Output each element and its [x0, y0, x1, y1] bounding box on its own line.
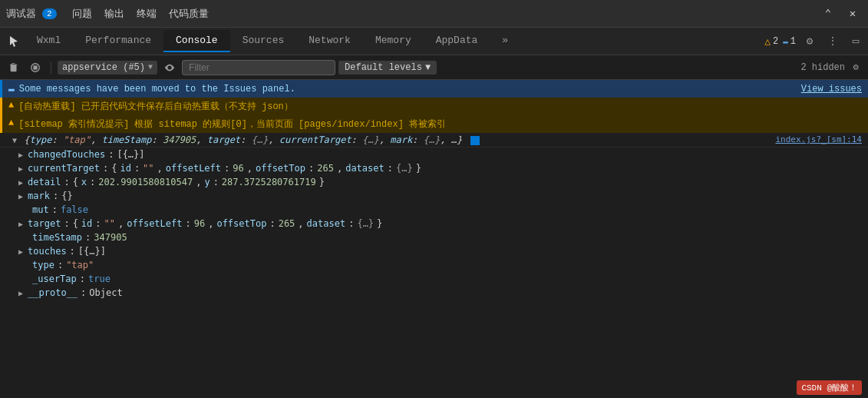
filter-input[interactable]: [182, 60, 335, 75]
context-selector-text: appservice (#5): [62, 62, 145, 73]
view-issues-link[interactable]: View issues: [801, 84, 862, 95]
levels-label: Default levels: [345, 62, 422, 73]
tab-performance[interactable]: Performance: [73, 30, 163, 52]
tab-wxml[interactable]: Wxml: [25, 30, 73, 52]
prop-touches: touches: [{…}]: [0, 244, 868, 258]
eye-button[interactable]: [160, 58, 179, 77]
changed-touches-arrow[interactable]: [18, 151, 23, 159]
title-bar-controls: ⌃ ✕: [819, 5, 862, 23]
panel-icon[interactable]: ▭: [847, 32, 865, 51]
menu-output[interactable]: 输出: [104, 7, 124, 21]
current-target-arrow[interactable]: [18, 164, 23, 173]
touches-arrow[interactable]: [18, 247, 23, 256]
log-source-link[interactable]: index.js?_[sm]:14: [775, 134, 862, 144]
tab-network[interactable]: Network: [296, 30, 363, 52]
log-entry-main: {type: "tap", timeStamp: 347905, target:…: [0, 133, 868, 148]
title-menu: 问题 输出 终端 代码质量: [72, 7, 209, 21]
title-badge: 2: [42, 8, 57, 19]
prop-current-target: currentTarget: {id: "", offsetLeft: 96, …: [0, 161, 868, 175]
app-title: 调试器: [6, 7, 36, 21]
warn-sym-1: ▲: [8, 100, 14, 111]
watermark: CSDN @酸酸！: [797, 380, 862, 395]
clear-console-button[interactable]: [5, 58, 23, 77]
warn-count: 2: [773, 36, 778, 47]
prop-changed-touches: changedTouches: [{…}]: [0, 148, 868, 161]
close-button[interactable]: ✕: [843, 5, 862, 23]
stop-button[interactable]: [26, 58, 45, 77]
prop-detail: detail: {x: 202.9901580810547, y: 287.37…: [0, 175, 868, 189]
expand-arrow[interactable]: [12, 136, 17, 144]
prop-timestamp: timeStamp: 347905: [0, 231, 868, 244]
menu-issues[interactable]: 问题: [72, 7, 92, 21]
log-obj-preview: {type: "tap", timeStamp: 347905, target:…: [24, 134, 480, 145]
tab-console[interactable]: Console: [163, 30, 230, 52]
tab-memory[interactable]: Memory: [363, 30, 424, 52]
warning-text-2: [sitemap 索引情况提示] 根据 sitemap 的规则[0]，当前页面 …: [18, 118, 446, 131]
log-main-content: {type: "tap", timeStamp: 347905, target:…: [12, 134, 763, 145]
toolbar: appservice (#5) ▼ Default levels ▼ 2 hid…: [0, 55, 868, 80]
context-selector[interactable]: appservice (#5) ▼: [58, 61, 157, 75]
menu-terminal[interactable]: 终端: [137, 7, 157, 21]
warning-badge: △ 2: [764, 35, 778, 48]
more-icon[interactable]: ⋮: [823, 32, 842, 51]
info-message-text: Some messages have been moved to the Iss…: [19, 84, 295, 95]
title-bar-left: 调试器 2: [6, 7, 57, 21]
info-message-bar: ▬ Some messages have been moved to the I…: [0, 80, 868, 98]
info-small-icon: ▬: [8, 83, 15, 95]
prop-target: target: {id: "", offsetLeft: 96, offsetT…: [0, 217, 868, 231]
cursor-icon[interactable]: [3, 31, 25, 52]
prop-type: type: "tap": [0, 258, 868, 272]
tab-more[interactable]: »: [490, 30, 520, 52]
tab-bar-right: △ 2 ▬ 1 ⚙ ⋮ ▭: [764, 32, 865, 51]
console-settings-icon[interactable]: ⚙: [848, 60, 863, 75]
error-badge: ▬ 1: [783, 36, 796, 47]
prop-user-tap: _userTap: true: [0, 272, 868, 286]
minimize-button[interactable]: ⌃: [819, 5, 837, 23]
proto-arrow[interactable]: [18, 289, 23, 297]
target-arrow[interactable]: [18, 220, 23, 228]
warning-message-2: ▲ [sitemap 索引情况提示] 根据 sitemap 的规则[0]，当前页…: [0, 115, 868, 133]
info-icon-badge: ▬: [783, 37, 788, 46]
warning-text-1: [自动热重载] 已开启代码文件保存后自动热重载（不支持 json）: [18, 100, 293, 113]
toolbar-separator: [51, 61, 51, 74]
tab-sources[interactable]: Sources: [230, 30, 297, 52]
warning-message-1: ▲ [自动热重载] 已开启代码文件保存后自动热重载（不支持 json）: [0, 98, 868, 115]
blue-square-icon: [470, 136, 480, 145]
menu-code-quality[interactable]: 代码质量: [169, 7, 209, 21]
prop-mut: mut: false: [0, 203, 868, 217]
info-count: 1: [790, 36, 796, 47]
prop-proto: __proto__: Object: [0, 286, 868, 300]
levels-arrow-icon: ▼: [425, 62, 431, 73]
prop-mark: mark: {}: [0, 189, 868, 203]
levels-dropdown[interactable]: Default levels ▼: [338, 61, 437, 75]
warn-icon: △: [764, 35, 771, 48]
detail-arrow[interactable]: [18, 178, 23, 187]
tab-appdata[interactable]: AppData: [424, 30, 490, 52]
hidden-count: 2 hidden: [800, 62, 845, 73]
mark-arrow[interactable]: [18, 192, 23, 201]
tab-bar: Wxml Performance Console Sources Network…: [0, 28, 868, 55]
settings-icon[interactable]: ⚙: [800, 32, 819, 51]
title-bar: 调试器 2 问题 输出 终端 代码质量 ⌃ ✕: [0, 0, 868, 28]
warn-sym-2: ▲: [8, 118, 14, 128]
console-content[interactable]: ▬ Some messages have been moved to the I…: [0, 80, 868, 398]
selector-arrow-icon: ▼: [148, 63, 153, 71]
